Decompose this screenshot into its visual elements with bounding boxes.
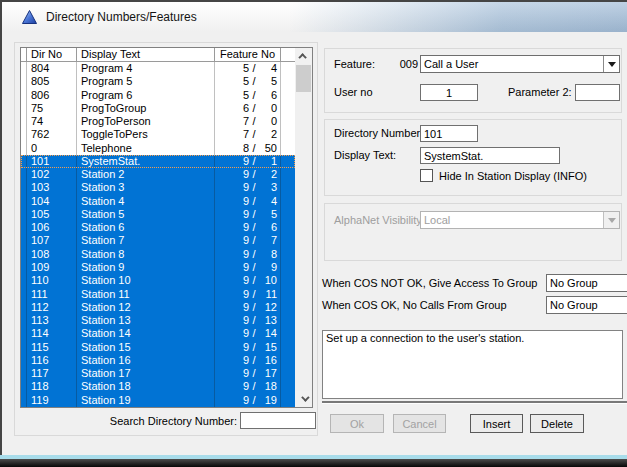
- directory-list-rows: 804Program 45/4805Program 55/5806Program…: [21, 62, 295, 407]
- scrollbar-down-button[interactable]: [295, 391, 312, 407]
- cos-ok-label: When COS OK, No Calls From Group: [322, 299, 507, 311]
- feature-dropdown-button[interactable]: [603, 56, 619, 72]
- search-directory-number-label: Search Directory Number:: [90, 415, 237, 427]
- list-item[interactable]: 105Station 59/5: [21, 208, 295, 221]
- column-header-display-text[interactable]: Display Text: [77, 48, 215, 62]
- display-text-label: Display Text:: [334, 149, 396, 161]
- list-item[interactable]: 115Station 159/15: [21, 341, 295, 354]
- blue-triangle-app-icon: [22, 10, 37, 24]
- cos-not-ok-value: No Group: [550, 277, 598, 289]
- scrollbar-up-button[interactable]: [295, 48, 312, 64]
- cos-not-ok-dropdown[interactable]: No Group: [546, 274, 627, 292]
- hide-in-station-display-checkbox[interactable]: [420, 169, 433, 182]
- chevron-down-icon: [608, 218, 616, 227]
- alphanet-visibility-value: Local: [424, 214, 450, 226]
- cos-ok-value: No Group: [550, 299, 598, 311]
- list-item[interactable]: 762ToggleToPers7/2: [21, 128, 295, 141]
- directory-list[interactable]: Dir No Display Text Feature No 804Progra…: [20, 47, 313, 408]
- alphanet-visibility-label: AlphaNet Visibility:: [334, 214, 425, 226]
- directory-number-label: Directory Number:: [334, 127, 423, 139]
- list-item[interactable]: 108Station 89/8: [21, 248, 295, 261]
- alphanet-dropdown-button: [603, 212, 619, 228]
- button-separator: [322, 401, 627, 403]
- chevron-down-icon: [608, 62, 616, 71]
- list-item[interactable]: 0Telephone8/50: [21, 142, 295, 155]
- bottom-window-edge: [0, 459, 627, 467]
- scrollbar-thumb[interactable]: [296, 65, 311, 92]
- list-item[interactable]: 113Station 139/13: [21, 314, 295, 327]
- list-scrollbar[interactable]: [295, 48, 312, 407]
- parameter2-label: Parameter 2:: [508, 86, 572, 98]
- parameter2-input[interactable]: [575, 84, 620, 101]
- list-item[interactable]: 110Station 109/10: [21, 274, 295, 287]
- chevron-down-icon: [301, 393, 309, 401]
- cancel-button[interactable]: Cancel: [393, 414, 446, 433]
- list-item[interactable]: 114Station 149/14: [21, 327, 295, 340]
- directory-list-header: Dir No Display Text Feature No: [21, 48, 295, 62]
- list-item[interactable]: 119Station 199/19: [21, 394, 295, 407]
- list-item[interactable]: 107Station 79/7: [21, 234, 295, 247]
- alphanet-visibility-dropdown: Local: [420, 211, 620, 229]
- cos-ok-dropdown[interactable]: No Group: [546, 296, 627, 314]
- column-header-feature-no[interactable]: Feature No: [215, 48, 281, 62]
- list-item[interactable]: 804Program 45/4: [21, 62, 295, 75]
- list-item[interactable]: 104Station 49/4: [21, 195, 295, 208]
- chevron-up-icon: [298, 53, 306, 61]
- list-item[interactable]: 116Station 169/16: [21, 354, 295, 367]
- header-spacer: [281, 48, 295, 62]
- directory-number-input[interactable]: [420, 125, 478, 142]
- search-directory-number-input[interactable]: [240, 412, 316, 429]
- feature-dropdown[interactable]: Call a User: [420, 55, 620, 73]
- window-border-left: [0, 0, 2, 467]
- list-item[interactable]: 111Station 119/11: [21, 288, 295, 301]
- list-item[interactable]: 118Station 189/18: [21, 380, 295, 393]
- hide-in-station-display-label: Hide In Station Display (INFO): [439, 170, 587, 182]
- button-row: OkCancelInsertDelete: [322, 414, 627, 434]
- feature-label: Feature:: [334, 58, 375, 70]
- list-item[interactable]: 106Station 69/6: [21, 221, 295, 234]
- feature-code: 009: [396, 58, 418, 70]
- list-item[interactable]: 805Program 55/5: [21, 75, 295, 88]
- delete-button[interactable]: Delete: [530, 414, 584, 433]
- feature-dropdown-value: Call a User: [424, 58, 478, 70]
- display-text-input[interactable]: [420, 147, 560, 164]
- window-title: Directory Numbers/Features: [46, 10, 197, 24]
- insert-button[interactable]: Insert: [470, 414, 523, 433]
- window-border-top: [0, 0, 627, 2]
- list-item[interactable]: 112Station 129/12: [21, 301, 295, 314]
- directory-numbers-features-dialog: Directory Numbers/Features Dir No Displa…: [0, 0, 627, 467]
- feature-description-box: Set up a connection to the user's statio…: [322, 330, 623, 399]
- list-item[interactable]: 101SystemStat.9/1: [21, 155, 295, 168]
- list-item[interactable]: 74ProgToPerson7/0: [21, 115, 295, 128]
- user-no-input[interactable]: [420, 84, 478, 101]
- list-item[interactable]: 117Station 179/17: [21, 367, 295, 380]
- ok-button[interactable]: Ok: [330, 414, 384, 433]
- titlebar[interactable]: Directory Numbers/Features: [2, 2, 627, 32]
- list-item[interactable]: 102Station 29/2: [21, 168, 295, 181]
- list-item[interactable]: 109Station 99/9: [21, 261, 295, 274]
- user-no-label: User no: [334, 86, 373, 98]
- list-item[interactable]: 75ProgToGroup6/0: [21, 102, 295, 115]
- column-header-dir-no[interactable]: Dir No: [27, 48, 77, 62]
- list-item[interactable]: 806Program 65/6: [21, 89, 295, 102]
- list-item[interactable]: 103Station 39/3: [21, 181, 295, 194]
- cos-not-ok-label: When COS NOT OK, Give Access To Group: [322, 277, 537, 289]
